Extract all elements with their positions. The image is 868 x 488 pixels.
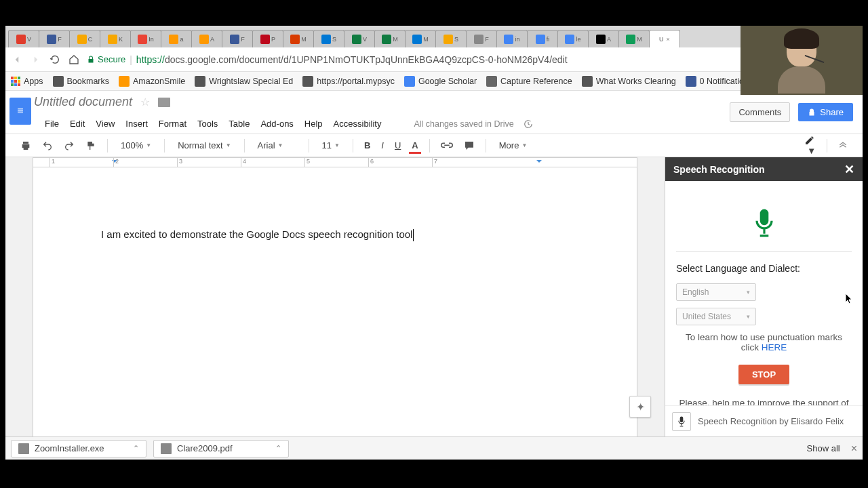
font-dropdown[interactable]: Arial▼: [253, 138, 300, 152]
menu-tools[interactable]: Tools: [192, 116, 223, 131]
menu-insert[interactable]: Insert: [120, 116, 153, 131]
browser-tab[interactable]: P: [252, 30, 283, 47]
language-select[interactable]: English▾: [676, 283, 756, 301]
menu-help[interactable]: Help: [299, 116, 328, 131]
stop-button[interactable]: STOP: [738, 365, 789, 384]
menu-accessibility[interactable]: Accessibility: [328, 116, 387, 131]
menu-format[interactable]: Format: [153, 116, 192, 131]
home-icon[interactable]: [68, 54, 80, 66]
browser-tab[interactable]: M: [374, 30, 406, 47]
mouse-cursor-icon: [845, 293, 853, 305]
ruler-tick: 7: [432, 158, 437, 167]
redo-icon[interactable]: [61, 139, 77, 152]
underline-button[interactable]: U: [392, 139, 403, 152]
microphone-icon[interactable]: [676, 208, 852, 238]
bookmark-item[interactable]: Bookmarks: [53, 76, 110, 87]
omnibox[interactable]: Secure | https://docs.google.com/documen…: [87, 54, 788, 65]
browser-tab[interactable]: F: [466, 30, 497, 47]
close-panel-icon[interactable]: ✕: [844, 162, 854, 177]
browser-tab[interactable]: le: [557, 30, 589, 47]
bookmark-item[interactable]: What Works Clearing: [582, 76, 676, 87]
close-tab-icon[interactable]: ×: [667, 36, 670, 43]
webcam-overlay: [741, 26, 863, 95]
forward-icon[interactable]: [30, 54, 42, 66]
menu-view[interactable]: View: [90, 116, 120, 131]
bookmark-item[interactable]: https://portal.mypsyc: [302, 76, 395, 87]
browser-tab[interactable]: M: [283, 30, 314, 47]
bookmark-item[interactable]: Wrightslaw Special Ed: [195, 76, 293, 87]
menu-file[interactable]: File: [39, 116, 64, 131]
zoom-dropdown[interactable]: 100%▼: [116, 138, 156, 152]
bookmark-item[interactable]: AmazonSmile: [119, 76, 185, 87]
language-label: Select Language and Dialect:: [676, 263, 852, 274]
move-folder-icon[interactable]: [158, 98, 170, 107]
comments-button[interactable]: Comments: [730, 102, 790, 122]
font-size-dropdown[interactable]: 11▼: [317, 138, 344, 152]
menu-table[interactable]: Table: [223, 116, 255, 131]
browser-tab[interactable]: fi: [527, 30, 558, 47]
browser-tab[interactable]: M: [618, 30, 650, 47]
more-toolbar-button[interactable]: More▼: [494, 138, 532, 152]
document-title[interactable]: Untitled document: [34, 95, 132, 109]
paragraph-style-dropdown[interactable]: Normal text▼: [173, 138, 235, 152]
docs-logo-icon[interactable]: [7, 91, 34, 134]
browser-tab[interactable]: A: [588, 30, 619, 47]
close-downloads-icon[interactable]: ×: [851, 443, 857, 455]
back-icon[interactable]: [11, 54, 23, 66]
addon-icon[interactable]: [672, 412, 691, 431]
share-button[interactable]: Share: [798, 103, 853, 121]
document-canvas[interactable]: 1234567 I am excited to demonstrate the …: [5, 157, 665, 436]
bookmarks-bar: Apps BookmarksAmazonSmileWrightslaw Spec…: [5, 72, 863, 91]
editing-mode-icon[interactable]: ▼: [802, 134, 818, 157]
browser-tab[interactable]: in: [496, 30, 528, 47]
address-bar: Secure | https://docs.google.com/documen…: [5, 47, 863, 72]
bookmark-item[interactable]: Google Scholar: [404, 76, 477, 87]
insert-comment-icon[interactable]: [461, 139, 477, 152]
browser-tab-active[interactable]: U ×: [649, 30, 680, 47]
browser-tab[interactable]: F: [222, 30, 253, 47]
italic-button[interactable]: I: [378, 139, 387, 152]
paint-format-icon[interactable]: [83, 139, 99, 152]
download-chip[interactable]: ZoomInstaller.exe⌃: [11, 440, 146, 458]
document-body-text[interactable]: I am excited to demonstrate the Google D…: [101, 228, 412, 240]
explore-button[interactable]: ✦: [629, 396, 651, 418]
bold-button[interactable]: B: [361, 139, 373, 152]
browser-tab[interactable]: In: [130, 30, 161, 47]
punctuation-hint: To learn how to use punctuation marks cl…: [676, 332, 852, 352]
ruler-tick: 4: [241, 158, 246, 167]
insert-link-icon[interactable]: [438, 140, 456, 151]
right-indent-marker-icon[interactable]: [536, 160, 542, 165]
save-status: All changes saved in Drive: [403, 114, 538, 134]
download-chip[interactable]: Clare2009.pdf⌃: [153, 440, 289, 458]
browser-tab[interactable]: S: [313, 30, 344, 47]
menu-add-ons[interactable]: Add-ons: [255, 116, 298, 131]
text-color-button[interactable]: A: [409, 139, 420, 152]
browser-tab[interactable]: A: [191, 30, 222, 47]
punctuation-link[interactable]: HERE: [762, 342, 787, 352]
browser-tab[interactable]: M: [405, 30, 436, 47]
print-icon[interactable]: [18, 139, 34, 152]
panel-title: Speech Recognition: [673, 164, 765, 175]
menu-edit[interactable]: Edit: [64, 116, 90, 131]
bookmark-item[interactable]: Capture Reference: [486, 76, 572, 87]
ruler-tick: 1: [50, 158, 55, 167]
browser-tab[interactable]: C: [69, 30, 100, 47]
browser-tab[interactable]: a: [161, 30, 192, 47]
show-all-downloads[interactable]: Show all: [807, 443, 840, 453]
browser-tab[interactable]: K: [100, 30, 131, 47]
browser-tab[interactable]: V: [344, 30, 375, 47]
ruler-tick: 5: [304, 158, 310, 167]
apps-button[interactable]: Apps: [11, 77, 43, 86]
docs-header: Untitled document ☆ FileEditViewInsertFo…: [5, 91, 863, 134]
undo-icon[interactable]: [39, 139, 56, 152]
browser-tab[interactable]: F: [39, 30, 70, 47]
ruler[interactable]: 1234567: [33, 157, 637, 167]
reload-icon[interactable]: [49, 54, 61, 66]
browser-tab[interactable]: V: [8, 30, 39, 47]
dialect-select[interactable]: United States▾: [676, 308, 756, 325]
browser-tab[interactable]: S: [435, 30, 467, 47]
star-document-icon[interactable]: ☆: [140, 96, 150, 108]
ruler-tick: 2: [113, 158, 119, 167]
collapse-toolbar-icon[interactable]: [835, 140, 850, 151]
document-page[interactable]: I am excited to demonstrate the Google D…: [33, 167, 637, 436]
